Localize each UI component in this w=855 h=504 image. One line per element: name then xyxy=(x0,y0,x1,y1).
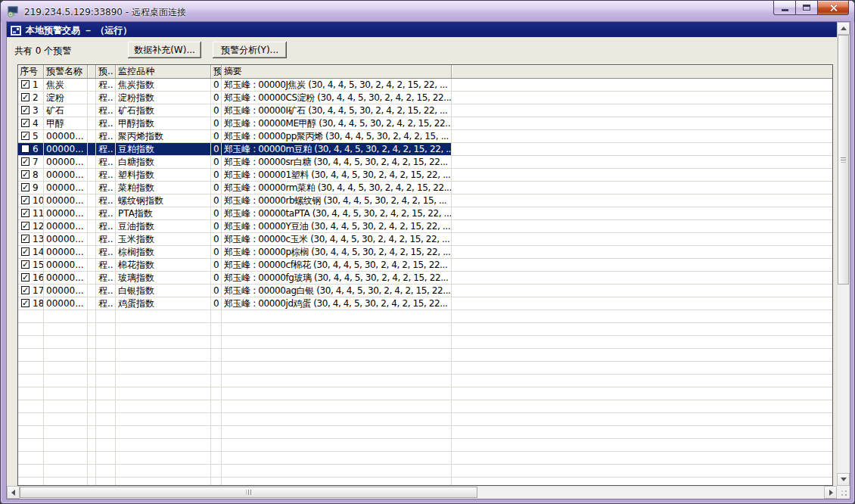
row-checkbox[interactable] xyxy=(21,286,30,294)
row-type: 程.. xyxy=(96,285,116,297)
horizontal-scrollbar[interactable] xyxy=(7,486,837,499)
row-checkbox[interactable] xyxy=(21,235,30,243)
table-row[interactable]: 500000...程..聚丙烯指数0郑玉峰 : 00000pp聚丙烯 (30, … xyxy=(18,130,832,143)
row-index-cell: 16 xyxy=(18,272,44,284)
row-index-cell: 18 xyxy=(18,297,44,310)
row-checkbox[interactable] xyxy=(21,80,30,89)
table-row[interactable]: 3矿石程..矿石指数0郑玉峰 : 00000I矿石 (30, 4, 4, 5, … xyxy=(18,104,832,117)
table-row[interactable]: 800000...程..塑料指数0郑玉峰 : 000001塑料 (30, 4, … xyxy=(18,169,832,182)
header-summary[interactable]: 摘要 xyxy=(222,65,452,78)
row-type: 程.. xyxy=(96,194,116,207)
row-checkbox[interactable] xyxy=(21,222,30,230)
header-variety[interactable]: 监控品种 xyxy=(116,65,211,78)
horizontal-scroll-thumb[interactable] xyxy=(20,487,477,498)
table-row[interactable]: 1300000...程..玉米指数0郑玉峰 : 00000c玉米 (30, 4,… xyxy=(18,233,832,246)
header-pre[interactable]: 预 xyxy=(211,65,222,78)
close-button[interactable] xyxy=(817,1,849,15)
filler-cell xyxy=(88,336,96,348)
table-row[interactable]: 700000...程..白糖指数0郑玉峰 : 00000sr白糖 (30, 4,… xyxy=(18,156,832,169)
row-pre: 0 xyxy=(211,104,222,117)
row-type: 程.. xyxy=(96,246,116,258)
row-filler xyxy=(452,104,832,117)
table-row[interactable]: 4甲醇程..甲醇指数0郑玉峰 : 00000ME甲醇 (30, 4, 4, 5,… xyxy=(18,117,832,130)
table-row[interactable]: 600000...程..豆粕指数0郑玉峰 : 00000m豆粕 (30, 4, … xyxy=(18,143,832,156)
row-variety: 白糖指数 xyxy=(116,156,211,168)
table-row[interactable]: 1200000...程..豆油指数0郑玉峰 : 00000Y豆油 (30, 4,… xyxy=(18,220,832,233)
row-checkbox[interactable] xyxy=(21,209,30,217)
table-row[interactable]: 900000...程..菜粕指数0郑玉峰 : 00000rm菜粕 (30, 4,… xyxy=(18,182,832,194)
row-checkbox[interactable] xyxy=(21,299,30,307)
row-index-cell: 7 xyxy=(18,156,44,168)
vertical-scrollbar[interactable] xyxy=(837,22,850,486)
row-checkbox[interactable] xyxy=(21,273,30,282)
row-alert-name: 焦炭 xyxy=(44,79,88,91)
header-spacer[interactable] xyxy=(88,65,96,78)
row-type: 程.. xyxy=(96,117,116,129)
filler-cell xyxy=(452,349,832,361)
app-titlebar[interactable]: 本地预警交易 － （运行） xyxy=(7,22,837,37)
scroll-left-button[interactable] xyxy=(7,486,20,499)
row-type: 程.. xyxy=(96,130,116,142)
row-checkbox[interactable] xyxy=(21,132,30,140)
table-row[interactable]: 1焦炭程..焦炭指数0郑玉峰 : 00000J焦炭 (30, 4, 4, 5, … xyxy=(18,79,832,92)
table-row[interactable]: 2淀粉程..淀粉指数0郑玉峰 : 00000CS淀粉 (30, 4, 4, 5,… xyxy=(18,92,832,104)
row-type: 程.. xyxy=(96,207,116,219)
row-checkbox[interactable] xyxy=(21,157,30,166)
table-row[interactable]: 1600000...程..玻璃指数0郑玉峰 : 00000fg玻璃 (30, 4… xyxy=(18,272,832,285)
app-icon xyxy=(11,24,21,34)
data-supplement-button[interactable]: 数据补充(W)... xyxy=(128,42,201,58)
filler-cell xyxy=(18,375,44,387)
row-checkbox[interactable] xyxy=(21,106,30,114)
filler-cell xyxy=(222,413,452,425)
scroll-right-button[interactable] xyxy=(824,486,837,499)
row-summary: 郑玉峰 : 00000J焦炭 (30, 4, 4, 5, 30, 2, 4, 2… xyxy=(222,79,452,91)
window-titlebar[interactable]: 219.234.5.129:33890 - 远程桌面连接 xyxy=(1,1,854,22)
table-row[interactable]: 1700000...程..白银指数0郑玉峰 : 00000ag白银 (30, 4… xyxy=(18,285,832,297)
row-checkbox[interactable] xyxy=(21,260,30,269)
minimize-button[interactable] xyxy=(773,1,796,15)
table-row[interactable]: 1000000...程..螺纹钢指数0郑玉峰 : 00000rb螺纹钢 (30,… xyxy=(18,194,832,207)
filler-cell xyxy=(452,439,832,451)
scroll-up-button[interactable] xyxy=(837,22,850,35)
row-summary: 郑玉峰 : 00000ME甲醇 (30, 4, 4, 5, 30, 2, 4, … xyxy=(222,117,452,129)
row-spacer xyxy=(88,233,96,245)
header-index[interactable]: 序号 xyxy=(18,65,44,78)
filler-cell xyxy=(96,349,116,361)
scroll-down-button[interactable] xyxy=(837,473,850,486)
filler-cell xyxy=(96,452,116,464)
maximize-button[interactable] xyxy=(795,1,818,15)
filler-cell xyxy=(211,465,222,477)
row-checkbox[interactable] xyxy=(21,183,30,191)
filler-cell xyxy=(452,426,832,438)
header-type[interactable]: 预.. xyxy=(96,65,116,78)
filler-cell xyxy=(96,478,116,486)
row-type: 程.. xyxy=(96,182,116,194)
row-variety: 螺纹钢指数 xyxy=(116,194,211,207)
row-checkbox[interactable] xyxy=(21,145,30,153)
table-row[interactable]: 1100000...程..PTA指数0郑玉峰 : 00000taPTA (30,… xyxy=(18,207,832,220)
row-summary: 郑玉峰 : 00000I矿石 (30, 4, 4, 5, 30, 2, 4, 2… xyxy=(222,104,452,117)
filler-cell xyxy=(211,439,222,451)
row-summary: 郑玉峰 : 00000ag白银 (30, 4, 4, 5, 30, 2, 4, … xyxy=(222,285,452,297)
filler-cell xyxy=(452,465,832,477)
table-row[interactable]: 1500000...程..棉花指数0郑玉峰 : 00000cf棉花 (30, 4… xyxy=(18,259,832,272)
row-checkbox[interactable] xyxy=(21,93,30,101)
header-name[interactable]: 预警名称 xyxy=(44,65,88,78)
row-checkbox[interactable] xyxy=(21,196,30,204)
row-checkbox[interactable] xyxy=(21,247,30,256)
filler-cell xyxy=(44,478,88,486)
row-index-cell: 2 xyxy=(18,92,44,104)
row-checkbox[interactable] xyxy=(21,170,30,179)
row-variety: 玉米指数 xyxy=(116,233,211,245)
alert-analysis-button[interactable]: 预警分析(Y)... xyxy=(213,42,287,58)
row-number: 2 xyxy=(33,92,39,104)
vertical-scroll-thumb[interactable] xyxy=(838,35,849,285)
filler-cell xyxy=(96,426,116,438)
row-checkbox[interactable] xyxy=(21,119,30,127)
table-row[interactable]: 1400000...程..棕榈指数0郑玉峰 : 00000p棕榈 (30, 4,… xyxy=(18,246,832,259)
filler-cell xyxy=(222,336,452,348)
resize-grip[interactable] xyxy=(837,486,850,499)
row-summary: 郑玉峰 : 00000fg玻璃 (30, 4, 4, 5, 30, 2, 4, … xyxy=(222,272,452,284)
table-row[interactable]: 1800000...程..鸡蛋指数0郑玉峰 : 00000jd鸡蛋 (30, 4… xyxy=(18,297,832,310)
row-spacer xyxy=(88,156,96,168)
